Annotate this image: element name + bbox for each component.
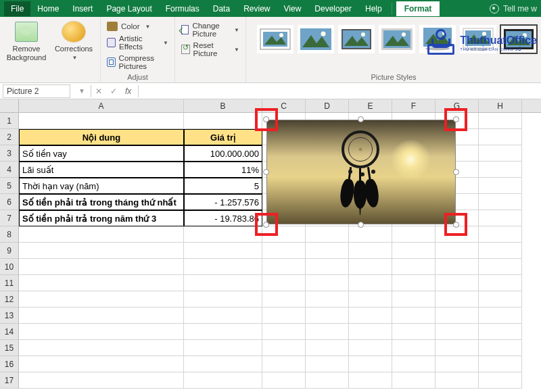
cell[interactable] [262,356,306,372]
remove-background-button[interactable]: Remove Background [4,20,49,64]
cell[interactable]: Giá trị [184,129,262,145]
picture-style-6[interactable] [460,25,496,53]
cell[interactable] [306,291,349,308]
cell[interactable]: Số tiền phải trả trong năm thứ 3 [19,210,184,226]
cell[interactable] [436,324,479,340]
cell[interactable] [19,113,184,129]
cell[interactable] [436,259,479,275]
tab-home[interactable]: Home [30,1,66,16]
select-all-corner[interactable] [0,99,19,112]
cell[interactable] [184,291,262,308]
row-header[interactable]: 10 [0,259,19,275]
cell[interactable]: 100.000.000 [184,145,262,162]
cell[interactable] [479,145,522,162]
cell[interactable] [392,275,436,291]
picture-style-2[interactable] [298,25,334,53]
row-header[interactable]: 16 [0,356,19,372]
change-picture-button[interactable]: Change Picture ▼ [179,21,241,39]
cell[interactable] [184,324,262,340]
name-box[interactable]: Picture 2 [3,84,70,98]
cell[interactable] [19,324,184,340]
cancel-formula-icon[interactable]: ✕ [91,87,106,96]
cell[interactable] [479,291,522,308]
cell[interactable] [19,243,184,259]
cell[interactable] [392,356,436,372]
col-header-e[interactable]: E [349,99,392,112]
cell[interactable] [479,356,522,372]
row-header[interactable]: 11 [0,275,19,291]
cell[interactable] [479,275,522,291]
resize-handle[interactable] [263,169,269,175]
cell[interactable] [306,275,349,291]
cell[interactable] [184,340,262,356]
cell[interactable] [436,275,479,291]
cell[interactable] [392,291,436,308]
row-header[interactable]: 1 [0,113,19,129]
cell[interactable] [392,243,436,259]
tab-view[interactable]: View [277,1,308,16]
cell[interactable]: 11% [184,162,262,178]
cell[interactable] [262,308,306,324]
tab-format[interactable]: Format [396,1,440,16]
cell[interactable] [479,243,522,259]
cell[interactable] [349,340,392,356]
cell[interactable] [349,226,392,243]
cell[interactable] [479,194,522,210]
picture-style-3[interactable] [338,25,375,53]
cell[interactable] [184,113,262,129]
cell[interactable] [19,308,184,324]
tell-me[interactable]: Tell me w [490,4,537,14]
cell[interactable] [19,372,184,389]
cell[interactable] [262,291,306,308]
cell[interactable] [349,259,392,275]
picture-style-7-selected[interactable] [500,25,537,53]
cell[interactable] [184,275,262,291]
fx-icon[interactable]: fx [121,87,135,96]
cell[interactable] [262,259,306,275]
cell[interactable] [262,340,306,356]
cell[interactable] [436,308,479,324]
col-header-f[interactable]: F [392,99,436,112]
cell[interactable] [436,291,479,308]
cell[interactable] [19,226,184,243]
tab-file[interactable]: File [4,1,30,16]
row-header[interactable]: 7 [0,210,19,226]
row-header[interactable]: 13 [0,308,19,324]
cell[interactable] [19,356,184,372]
cell[interactable] [392,259,436,275]
tab-insert[interactable]: Insert [66,1,99,16]
row-header[interactable]: 12 [0,291,19,308]
cell[interactable] [392,226,436,243]
cell[interactable] [262,324,306,340]
cell[interactable] [349,275,392,291]
tab-developer[interactable]: Developer [308,1,358,16]
cell[interactable]: Thời hạn vay (năm) [19,178,184,194]
cell[interactable] [306,372,349,389]
cell[interactable] [349,356,392,372]
cell[interactable] [19,275,184,291]
row-header[interactable]: 15 [0,340,19,356]
row-header[interactable]: 2 [0,129,19,145]
cell[interactable] [479,162,522,178]
cell[interactable] [19,340,184,356]
cell[interactable] [19,291,184,308]
cell[interactable] [306,243,349,259]
cell[interactable] [306,356,349,372]
tab-page-layout[interactable]: Page Layout [99,1,158,16]
name-box-dropdown-icon[interactable]: ▼ [73,87,91,95]
inserted-picture[interactable] [266,120,456,224]
cell[interactable]: Số tiền vay [19,145,184,162]
cell[interactable] [349,372,392,389]
cell[interactable]: Số tiền phải trả trong tháng thứ nhất [19,194,184,210]
resize-handle[interactable] [358,222,364,228]
cell[interactable] [479,340,522,356]
picture-style-5[interactable] [419,25,456,53]
cell[interactable] [262,275,306,291]
cell[interactable] [184,226,262,243]
resize-handle[interactable] [453,169,459,175]
cell[interactable] [349,243,392,259]
cell[interactable] [436,372,479,389]
cell[interactable] [479,308,522,324]
cell[interactable] [349,308,392,324]
tab-formulas[interactable]: Formulas [159,1,206,16]
